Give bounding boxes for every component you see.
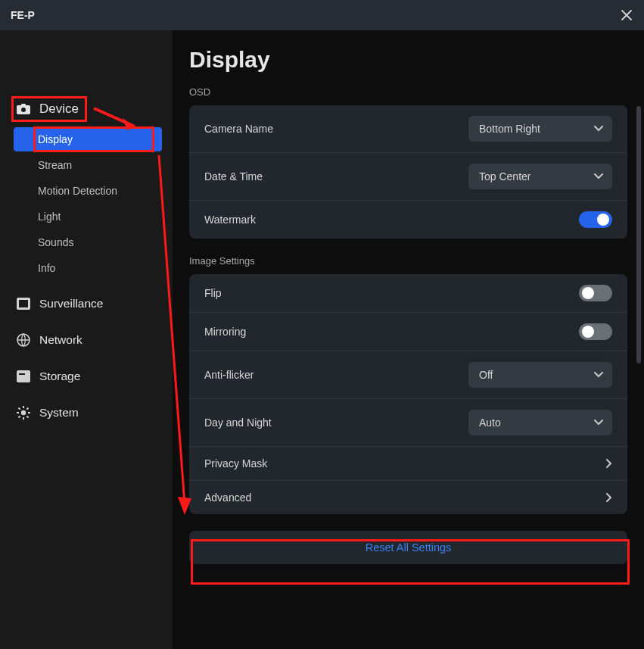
select-date-time[interactable]: Top Center xyxy=(468,164,612,189)
card-image-settings: Flip Mirroring Anti-flicker Off Day and … xyxy=(189,274,627,514)
sidebar-item-storage[interactable]: Storage xyxy=(14,364,162,389)
sidebar-item-label: System xyxy=(39,406,79,420)
row-camera-name: Camera Name Bottom Right xyxy=(189,105,627,153)
sidebar-item-label: Device xyxy=(39,101,79,117)
sidebar-item-info[interactable]: Info xyxy=(14,256,162,280)
sidebar-item-light[interactable]: Light xyxy=(14,204,162,229)
sidebar-item-label: Network xyxy=(39,333,82,347)
globe-icon xyxy=(17,333,30,347)
row-label: Anti-flicker xyxy=(204,369,254,381)
row-day-night: Day and Night Auto xyxy=(189,399,627,447)
svg-line-14 xyxy=(26,416,28,417)
chevron-down-icon xyxy=(594,173,603,179)
svg-rect-4 xyxy=(19,300,28,307)
svg-rect-6 xyxy=(17,370,30,382)
gear-icon xyxy=(17,406,30,420)
svg-point-2 xyxy=(21,108,26,112)
row-advanced[interactable]: Advanced xyxy=(189,481,627,514)
row-label: Camera Name xyxy=(204,123,273,135)
row-mirroring: Mirroring xyxy=(189,313,627,351)
sidebar-item-stream[interactable]: Stream xyxy=(14,153,162,177)
toggle-flip[interactable] xyxy=(579,285,612,301)
row-date-time: Date & Time Top Center xyxy=(189,153,627,201)
sidebar-item-label: Surveillance xyxy=(39,297,103,310)
window-title: FE-P xyxy=(11,9,35,21)
chevron-down-icon xyxy=(594,420,603,426)
main-content: Display OSD Camera Name Bottom Right Dat… xyxy=(173,30,644,649)
sidebar-item-sounds[interactable]: Sounds xyxy=(14,230,162,254)
row-flip: Flip xyxy=(189,274,627,313)
row-anti-flicker: Anti-flicker Off xyxy=(189,351,627,399)
select-day-night[interactable]: Auto xyxy=(468,410,612,435)
sidebar-item-display[interactable]: Display xyxy=(14,127,162,151)
title-bar: FE-P xyxy=(0,0,644,30)
surveillance-icon xyxy=(17,297,30,310)
chevron-down-icon xyxy=(594,126,603,132)
page-title: Display xyxy=(189,47,627,73)
row-watermark: Watermark xyxy=(189,201,627,239)
row-label: Privacy Mask xyxy=(204,457,267,470)
row-privacy-mask[interactable]: Privacy Mask xyxy=(189,447,627,481)
section-label-osd: OSD xyxy=(189,86,627,98)
sidebar-item-label: Storage xyxy=(39,370,80,383)
toggle-mirroring[interactable] xyxy=(579,323,612,340)
sidebar-item-system[interactable]: System xyxy=(14,400,162,426)
row-label: Watermark xyxy=(204,214,256,226)
chevron-down-icon xyxy=(594,372,603,378)
section-label-image-settings: Image Settings xyxy=(189,255,627,267)
svg-line-15 xyxy=(26,408,28,410)
row-label: Mirroring xyxy=(204,326,246,338)
row-label: Advanced xyxy=(204,491,251,504)
scrollbar[interactable] xyxy=(636,106,641,364)
select-camera-name[interactable]: Bottom Right xyxy=(468,116,612,142)
camera-icon xyxy=(17,102,30,116)
select-anti-flicker[interactable]: Off xyxy=(468,362,612,388)
row-label: Day and Night xyxy=(204,417,272,429)
svg-line-16 xyxy=(19,416,20,417)
close-icon[interactable] xyxy=(620,8,633,22)
card-osd: Camera Name Bottom Right Date & Time Top… xyxy=(189,105,627,239)
reset-all-settings-button[interactable]: Reset All Settings xyxy=(189,531,627,564)
svg-line-13 xyxy=(19,408,20,410)
sidebar-item-surveillance[interactable]: Surveillance xyxy=(14,291,162,317)
storage-icon xyxy=(17,370,30,383)
sidebar-item-motion-detection[interactable]: Motion Detection xyxy=(14,179,162,203)
chevron-right-icon xyxy=(606,493,612,502)
chevron-right-icon xyxy=(606,459,612,468)
sidebar-item-network[interactable]: Network xyxy=(14,327,162,353)
sidebar-item-device[interactable]: Device xyxy=(14,95,162,123)
svg-rect-7 xyxy=(19,373,25,375)
svg-point-8 xyxy=(21,410,26,415)
sidebar: Device Display Stream Motion Detection L… xyxy=(0,30,173,649)
svg-rect-1 xyxy=(21,104,26,106)
row-label: Flip xyxy=(204,287,222,299)
row-label: Date & Time xyxy=(204,170,263,183)
toggle-watermark[interactable] xyxy=(579,211,612,228)
